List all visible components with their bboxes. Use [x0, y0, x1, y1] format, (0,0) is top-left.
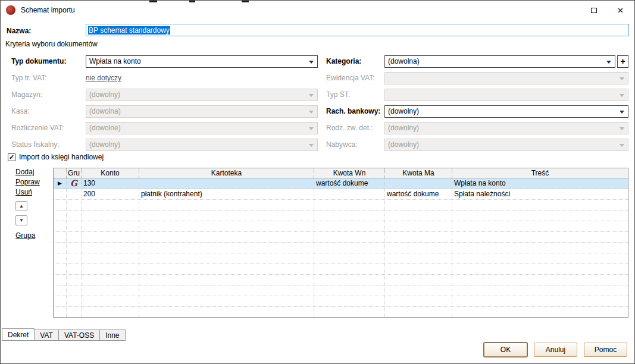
- rodz-zw-det-value: (dowolny): [388, 124, 419, 132]
- edit-row-link[interactable]: Popraw: [15, 178, 40, 186]
- close-button[interactable]: ×: [607, 1, 634, 19]
- titlebar: Schemat importu ×: [1, 1, 634, 19]
- cell-kartoteka: [139, 178, 314, 189]
- dropdown-arrow-icon: [309, 144, 314, 147]
- decree-table: Gru Konto Kartoteka Kwota Wn Kwota Ma Tr…: [53, 168, 628, 318]
- dropdown-arrow-icon: [620, 111, 624, 114]
- header-konto: Konto: [82, 168, 139, 178]
- cell-kwota-ma: [385, 178, 452, 189]
- cancel-button[interactable]: Anuluj: [534, 343, 577, 357]
- table-row[interactable]: [54, 243, 628, 253]
- kasa-value: (dowolna): [89, 107, 121, 115]
- screen-artifact: [242, 1, 249, 2]
- cell-kwota-wn: wartość dokume: [314, 178, 385, 189]
- kategoria-dropdown[interactable]: (dowolna): [384, 55, 615, 68]
- header-tresc: Treść: [452, 168, 628, 178]
- dropdown-arrow-icon: [606, 61, 611, 64]
- typ-dokumentu-dropdown[interactable]: Wpłata na konto: [86, 55, 318, 68]
- criteria-section: Typ dokumentu: Wpłata na konto Kategoria…: [1, 53, 635, 153]
- field-label-rach-bankowy: Rach. bankowy:: [326, 107, 384, 115]
- field-label-magazyn: Magazyn:: [11, 90, 86, 99]
- tab-dekret[interactable]: Dekret: [2, 328, 35, 341]
- table-row[interactable]: [54, 307, 628, 318]
- cell-kartoteka: płatnik (kontrahent): [139, 189, 314, 199]
- dropdown-arrow-icon: [620, 77, 624, 80]
- name-input-value: BP schemat standardowy: [88, 26, 170, 34]
- cell-kwota-ma: wartość dokume: [385, 189, 452, 199]
- dropdown-arrow-icon: [620, 94, 624, 97]
- group-link[interactable]: Grupa: [15, 231, 35, 240]
- cell-kwota-wn: [314, 189, 385, 199]
- table-empty-rows: [54, 200, 628, 318]
- group-indicator-icon: G: [67, 178, 82, 189]
- dropdown-arrow-icon: [309, 94, 314, 97]
- tab-inne[interactable]: Inne: [100, 330, 125, 341]
- table-row[interactable]: [54, 221, 628, 232]
- import-ledger-label: Import do księgi handlowej: [19, 153, 104, 161]
- header-gru: Gru: [67, 168, 82, 178]
- field-label-kasa: Kasa:: [11, 107, 86, 115]
- rozliczenie-vat-dropdown: (dowolne): [86, 122, 318, 134]
- dropdown-arrow-icon: [620, 127, 624, 130]
- criteria-group-label: Kryteria wyboru dokumentów: [5, 40, 98, 48]
- rach-bankowy-value: (dowolny): [388, 107, 419, 115]
- table-row[interactable]: ▶ G 130 wartość dokume Wpłata na konto: [54, 178, 628, 189]
- nabywca-value: (dowolny): [388, 140, 419, 149]
- table-row[interactable]: [54, 285, 628, 296]
- ok-button[interactable]: OK: [484, 343, 527, 357]
- checkbox-check-icon: ✓: [8, 153, 15, 161]
- window-title: Schemat importu: [21, 6, 75, 14]
- move-down-button[interactable]: ▼: [15, 215, 27, 225]
- table-row[interactable]: [54, 211, 628, 221]
- field-label-kategoria: Kategoria:: [326, 57, 384, 65]
- nabywca-dropdown: (dowolny): [384, 139, 628, 151]
- help-button[interactable]: Pomoc: [584, 343, 627, 357]
- rach-bankowy-dropdown[interactable]: (dowolny): [384, 105, 628, 118]
- name-input[interactable]: BP schemat standardowy: [86, 24, 629, 36]
- field-label-status-fiskalny: Status fiskalny:: [11, 140, 86, 149]
- cell-konto: 200: [82, 189, 139, 199]
- header-selector: [54, 168, 67, 178]
- table-row[interactable]: [54, 253, 628, 264]
- rozliczenie-vat-value: (dowolne): [89, 124, 121, 132]
- typ-st-dropdown: [384, 89, 628, 101]
- cell-konto: 130: [82, 178, 139, 189]
- field-label-rozliczenie-vat: Rozliczenie VAT:: [11, 124, 86, 132]
- cell-tresc: Spłata należności: [452, 189, 628, 199]
- move-up-button[interactable]: ▲: [15, 201, 27, 211]
- maximize-button[interactable]: [580, 1, 607, 19]
- table-row[interactable]: [54, 232, 628, 243]
- typ-tr-vat-link[interactable]: nie dotyczy: [86, 74, 121, 82]
- kasa-dropdown: (dowolna): [86, 105, 318, 118]
- close-icon: ×: [618, 5, 624, 15]
- table-header: Gru Konto Kartoteka Kwota Wn Kwota Ma Tr…: [54, 168, 628, 178]
- ewidencja-vat-dropdown: [384, 72, 628, 84]
- field-label-typ-tr-vat: Typ tr. VAT:: [11, 74, 86, 82]
- magazyn-value: (dowolny): [89, 90, 120, 99]
- tab-vat[interactable]: VAT: [35, 330, 59, 341]
- header-kartoteka: Kartoteka: [139, 168, 314, 178]
- app-icon: [6, 5, 15, 15]
- table-row[interactable]: [54, 275, 628, 285]
- magazyn-dropdown: (dowolny): [86, 89, 318, 101]
- field-label-typ-st: Typ ŚT:: [326, 90, 384, 99]
- import-ledger-checkbox[interactable]: ✓ Import do księgi handlowej: [8, 153, 104, 161]
- add-category-button[interactable]: +: [617, 55, 628, 68]
- header-kwota-ma: Kwota Ma: [385, 168, 452, 178]
- rodz-zw-det-dropdown: (dowolny): [384, 122, 628, 134]
- kategoria-value: (dowolna): [388, 57, 420, 65]
- table-row[interactable]: [54, 264, 628, 275]
- name-label: Nazwa:: [7, 27, 31, 35]
- screen-artifact: [189, 1, 195, 2]
- tab-vat-oss[interactable]: VAT-OSS: [59, 330, 100, 341]
- table-row[interactable]: [54, 296, 628, 307]
- import-schema-dialog: Schemat importu × Nazwa: BP schemat stan…: [0, 0, 635, 364]
- table-row[interactable]: 200 płatnik (kontrahent) wartość dokume …: [54, 189, 628, 200]
- dropdown-arrow-icon: [620, 144, 624, 147]
- table-row[interactable]: [54, 200, 628, 211]
- field-label-typ-dokumentu: Typ dokumentu:: [11, 57, 86, 65]
- delete-row-link[interactable]: Usuń: [15, 188, 32, 196]
- status-fiskalny-value: (dowolny): [89, 140, 120, 149]
- cell-tresc: Wpłata na konto: [452, 178, 628, 189]
- add-row-link[interactable]: Dodaj: [15, 168, 34, 176]
